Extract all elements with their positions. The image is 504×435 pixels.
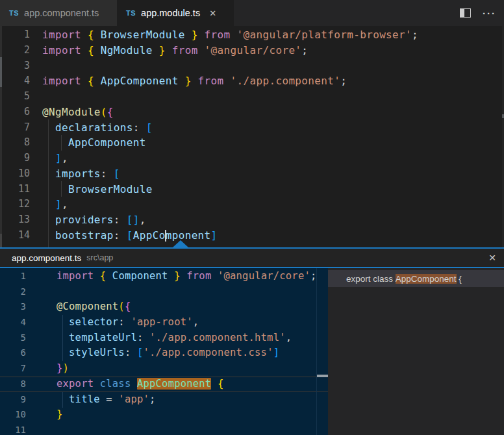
code-line: ], xyxy=(0,151,504,166)
code-token: { xyxy=(88,44,94,56)
code-token: './app.component.html' xyxy=(149,332,286,343)
code-token: , xyxy=(62,198,68,210)
peek-title: app.component.ts xyxy=(12,253,81,263)
code-token: } xyxy=(57,362,63,374)
code-token xyxy=(198,29,205,41)
code-token: from xyxy=(172,44,198,56)
code-token: ; xyxy=(301,44,308,56)
code-token xyxy=(198,44,205,56)
code-token: [ xyxy=(146,121,153,134)
code-token xyxy=(81,29,88,41)
code-token: ( xyxy=(118,301,125,312)
code-token: , xyxy=(286,332,292,343)
indent-guide xyxy=(48,119,49,247)
code-token: import xyxy=(42,75,81,87)
overview-ruler[interactable] xyxy=(316,268,317,435)
close-icon[interactable]: ✕ xyxy=(488,253,496,263)
tab-label: app.module.ts xyxy=(141,8,200,18)
code-token: ; xyxy=(412,29,418,41)
code-token xyxy=(231,29,237,41)
code-token xyxy=(168,270,175,282)
code-token xyxy=(224,75,231,87)
code-token: imports xyxy=(55,168,101,180)
code-token: [ xyxy=(137,347,144,358)
code-token: : xyxy=(133,121,146,134)
code-token: import xyxy=(57,270,94,282)
code-area: import { BrowserModule } from '@angular/… xyxy=(0,27,504,243)
close-icon[interactable]: ✕ xyxy=(209,8,216,18)
code-line xyxy=(0,423,328,435)
code-token: } xyxy=(57,408,63,420)
code-line: templateUrl: './app.component.html', xyxy=(0,330,328,346)
code-token: BrowserModule xyxy=(68,183,153,195)
peek-file-path: src\app xyxy=(86,253,113,262)
code-token: bootstrap xyxy=(55,229,114,242)
code-line: AppComponent xyxy=(0,135,504,151)
indent-guide xyxy=(62,392,63,408)
code-token xyxy=(192,75,198,87)
code-token: { xyxy=(218,378,224,390)
split-editor-icon[interactable] xyxy=(460,8,471,18)
code-token: styleUrls xyxy=(69,347,125,358)
code-token: = xyxy=(100,393,119,405)
code-line: import { NgModule } from '@angular/core'… xyxy=(0,43,504,58)
main-editor[interactable]: 1234567891011121314 import { BrowserModu… xyxy=(0,26,504,247)
code-token: import xyxy=(42,44,81,56)
tab-app-module-ts[interactable]: TS app.module.ts ✕ xyxy=(117,0,234,26)
code-token: ] xyxy=(273,347,280,358)
code-token: : xyxy=(101,168,114,180)
peek-header[interactable]: app.component.ts src\app ✕ xyxy=(0,249,504,267)
code-token xyxy=(94,270,100,282)
code-token xyxy=(81,75,88,87)
code-line: }) xyxy=(0,361,328,377)
code-token: NgModule xyxy=(101,44,153,56)
code-token: : xyxy=(137,332,149,343)
code-token: : xyxy=(118,316,131,328)
code-token: import xyxy=(42,29,81,41)
code-token xyxy=(94,44,101,56)
code-line: providers: [], xyxy=(0,212,504,228)
code-line: BrowserModule xyxy=(0,182,504,197)
code-token: @Component xyxy=(57,301,118,312)
code-token: from xyxy=(198,75,224,87)
code-line: imports: [ xyxy=(0,166,504,182)
code-token: 'app-root' xyxy=(131,316,192,328)
peek-editor[interactable]: 1234567891011 import { Component } from … xyxy=(0,268,328,435)
code-token: './app.component.css' xyxy=(144,347,273,358)
reference-text: { xyxy=(457,274,462,284)
code-token xyxy=(179,75,185,87)
code-token: : xyxy=(114,214,127,226)
code-line xyxy=(0,89,504,105)
code-token: } xyxy=(159,44,166,56)
code-token: class xyxy=(100,378,131,390)
code-token: ] xyxy=(211,229,218,242)
code-token: AppComponent xyxy=(101,75,179,87)
tab-app-component-ts[interactable]: TS app.component.ts xyxy=(0,0,117,26)
code-line: } xyxy=(0,407,328,423)
code-token: 'app' xyxy=(118,393,149,405)
code-token: , xyxy=(140,214,146,226)
code-token xyxy=(94,378,100,390)
code-token: ] xyxy=(55,152,62,164)
code-line: ], xyxy=(0,197,504,212)
code-token: { xyxy=(125,301,131,312)
reference-match: AppComponent xyxy=(396,274,457,284)
code-token: , xyxy=(62,152,68,164)
code-line: @Component({ xyxy=(0,299,328,315)
vscode-window: TS app.component.ts TS app.module.ts ✕ ·… xyxy=(0,0,504,435)
reference-item[interactable]: export class AppComponent { xyxy=(328,270,504,287)
code-line: bootstrap: [AppComponent] xyxy=(0,228,504,243)
code-token: ( xyxy=(101,106,107,118)
code-token: from xyxy=(205,29,231,41)
more-actions-icon[interactable]: ··· xyxy=(483,8,496,19)
reference-text: export class xyxy=(346,274,396,284)
code-token xyxy=(94,29,101,41)
code-token: : xyxy=(125,347,137,358)
code-token: export xyxy=(57,378,94,390)
code-token xyxy=(211,378,218,390)
code-token xyxy=(106,270,112,282)
code-token: { xyxy=(88,75,94,87)
code-line: @NgModule({ xyxy=(0,105,504,120)
code-token: ] xyxy=(55,198,62,210)
code-token: declarations xyxy=(55,121,133,134)
